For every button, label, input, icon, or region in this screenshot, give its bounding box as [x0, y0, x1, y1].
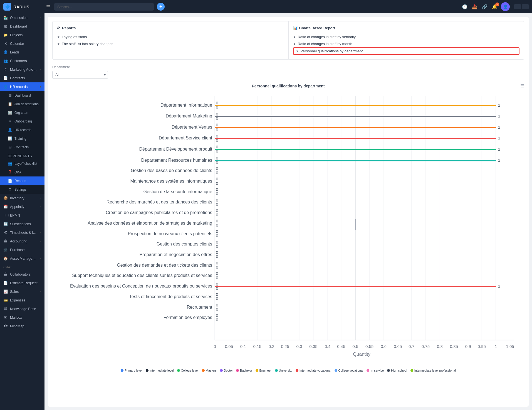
- window-btn-2[interactable]: [522, 4, 529, 9]
- sidebar-item-bpmn[interactable]: ⋮⋮ BPMN: [0, 211, 44, 220]
- sidebar-item-mindmap[interactable]: 🗺 MindMap: [0, 322, 44, 330]
- inbox-icon[interactable]: 📥: [471, 3, 479, 11]
- sidebar-item-purchase[interactable]: 🛒 Purchase ‹: [0, 245, 44, 254]
- legend-dot-primary: [121, 369, 123, 372]
- notification-icon[interactable]: 🔔 1: [491, 3, 499, 11]
- row-label-15: Préparation et négociation des offres: [140, 252, 212, 257]
- sidebar-item-inventory[interactable]: 📦 Inventory ‹: [0, 194, 44, 202]
- legend-int-prof: Intermediate level professional: [410, 369, 456, 372]
- sidebar-item-qa[interactable]: ❓ Q&A: [0, 168, 44, 176]
- row-label-6: Département Ressources humaines: [141, 158, 212, 163]
- legend-dot-high-school: [387, 369, 390, 372]
- knowledge-icon: 🏛: [3, 307, 8, 311]
- row-label-5: Département Développement produit: [139, 146, 212, 151]
- customers-icon: 👥: [3, 59, 8, 63]
- sidebar-item-hr-sub[interactable]: 👤 HR records: [0, 126, 44, 134]
- sidebar-item-dashboard[interactable]: ⊞ Dashboard: [0, 22, 44, 31]
- x-axis-label: Quantity: [353, 352, 371, 357]
- subscriptions-icon: 🔄: [3, 222, 8, 226]
- sidebar-item-accounting[interactable]: 🏛 Accounting ‹: [0, 237, 44, 245]
- share-icon[interactable]: 🔗: [481, 3, 489, 11]
- topbar-actions: 🕐 📥 🔗 🔔 1 👤: [461, 2, 529, 11]
- search-input[interactable]: [54, 3, 154, 11]
- sidebar-item-projects[interactable]: 📁 Projects: [0, 31, 44, 39]
- sidebar-item-expenses[interactable]: 💳 Expenses: [0, 296, 44, 305]
- bar-chart-svg: .ylabel { font-size: 8.5px; fill: #4b556…: [52, 91, 524, 364]
- report-link-laying-off[interactable]: ▼ Laying off staffs: [57, 33, 284, 40]
- legend-college: College level: [177, 369, 199, 372]
- report-link-qualifications[interactable]: ▼ Personnel qualifications by department: [293, 47, 520, 55]
- sidebar-item-training[interactable]: 📊 Training: [0, 134, 44, 143]
- sidebar-item-onboarding[interactable]: ✏ Onboarding: [0, 117, 44, 126]
- arrow-icon-1: ▼: [57, 35, 60, 39]
- window-btn-1[interactable]: [514, 4, 521, 9]
- svg-text:0.7: 0.7: [409, 344, 414, 349]
- history-icon[interactable]: 🕐: [461, 3, 469, 11]
- main-content: ⚖ Reports ▼ Laying off staffs ▼ The staf…: [44, 13, 532, 410]
- settings-icon: ⚙: [8, 187, 12, 192]
- sidebar-item-sub-contracts[interactable]: ⊞ Contracts: [0, 143, 44, 151]
- sidebar-item-omni-sales[interactable]: 🏪 Omni sales ‹: [0, 13, 44, 22]
- svg-text:0: 0: [216, 244, 218, 249]
- report-link-month[interactable]: ▼ Ratio of changes in staff by month: [293, 40, 520, 47]
- sales-icon: 📈: [3, 289, 8, 294]
- svg-text:0.9: 0.9: [465, 344, 471, 349]
- sidebar-item-org-chart[interactable]: 🏢 Org chart: [0, 108, 44, 117]
- svg-text:0.3: 0.3: [296, 344, 302, 349]
- sidebar-item-leads[interactable]: 👤 Leads: [0, 48, 44, 57]
- row-label-2: Département Marketing: [166, 113, 212, 118]
- sidebar-item-knowledge-base[interactable]: 🏛 Knowledge Base: [0, 305, 44, 313]
- sidebar-item-subscriptions[interactable]: 🔄 Subscriptions: [0, 220, 44, 228]
- purchase-icon: 🛒: [3, 248, 8, 252]
- marketing-icon: #: [3, 67, 8, 72]
- sidebar-item-contracts[interactable]: 📄 Contracts: [0, 74, 44, 82]
- svg-text:0.85: 0.85: [450, 344, 458, 349]
- reports-col-1: ⚖ Reports ▼ Laying off staffs ▼ The staf…: [53, 21, 288, 59]
- sidebar-item-settings[interactable]: ⚙ Settings: [0, 185, 44, 194]
- report-link-salary[interactable]: ▼ The staff list has salary changes: [57, 40, 284, 47]
- row-label-8: Maintenance des systèmes informatiques: [130, 178, 212, 183]
- logo-icon: 🔷: [3, 3, 11, 11]
- report-link-seniority[interactable]: ▼ Ratio of changes in staff by seniority: [293, 33, 520, 40]
- window-controls: [514, 4, 529, 9]
- sidebar-item-collaborators[interactable]: 🏛 Collaborators: [0, 270, 44, 279]
- omni-sales-arrow: ‹: [40, 16, 41, 19]
- sidebar-item-calendar[interactable]: ✕ Calendar: [0, 39, 44, 48]
- sidebar-item-sub-dashboard[interactable]: ⊞ Dashboard: [0, 91, 44, 100]
- contracts-icon: 📄: [3, 76, 8, 80]
- sidebar-item-estimate[interactable]: 📄 Estimate Request: [0, 279, 44, 287]
- sidebar-item-sales[interactable]: 📈 Sales ‹: [0, 287, 44, 296]
- avatar[interactable]: 👤: [501, 2, 510, 11]
- sidebar-item-customers[interactable]: 👥 Customers: [0, 57, 44, 65]
- sidebar-item-job-descriptions[interactable]: 📋 Job descriptions: [0, 100, 44, 108]
- sidebar-item-marketing[interactable]: # Marketing Automation ‹: [0, 65, 44, 74]
- row-label-16: Gestion des demandes et des tickets des …: [117, 262, 212, 267]
- sidebar-item-asset-management[interactable]: 🏠 Asset Management ‹: [0, 254, 44, 263]
- projects-icon: 📁: [3, 33, 8, 37]
- mindmap-icon: 🗺: [3, 324, 8, 328]
- svg-text:0.65: 0.65: [394, 344, 402, 349]
- sidebar-item-hr-records[interactable]: 👤 HR records ▾: [0, 82, 44, 91]
- sidebar-item-appointly[interactable]: 📅 Appointly ‹: [0, 202, 44, 211]
- logo: 🔷 RADIUS: [3, 3, 42, 11]
- legend-dot-doctor: [220, 369, 223, 372]
- menu-toggle-button[interactable]: ☰: [45, 3, 51, 11]
- legend-college-voc: College vocational: [335, 369, 363, 372]
- asset-arrow: ‹: [40, 257, 41, 260]
- timesheets-icon: ⏱: [3, 230, 8, 235]
- legend-high-school: High school: [387, 369, 407, 372]
- add-button[interactable]: +: [157, 3, 165, 11]
- row-label-20: Recrutement: [187, 305, 212, 310]
- sidebar-item-timesheets[interactable]: ⏱ Timesheets & leave ‹: [0, 228, 44, 237]
- sales-arrow: ‹: [40, 290, 41, 293]
- expenses-icon: 💳: [3, 298, 8, 302]
- row-label-21: Formation des employés: [164, 315, 212, 320]
- chart-menu-icon[interactable]: ☰: [520, 83, 524, 89]
- svg-text:0.4: 0.4: [325, 344, 330, 349]
- sidebar-item-mailbox[interactable]: ✉ Mailbox: [0, 313, 44, 322]
- sidebar-item-layoff[interactable]: 👥 Layoff checklist: [0, 159, 44, 168]
- col1-icon: ⚖: [57, 26, 60, 30]
- sidebar-item-reports[interactable]: 📄 Reports: [0, 176, 44, 185]
- department-select[interactable]: All: [52, 71, 108, 79]
- svg-text:0.6: 0.6: [381, 344, 387, 349]
